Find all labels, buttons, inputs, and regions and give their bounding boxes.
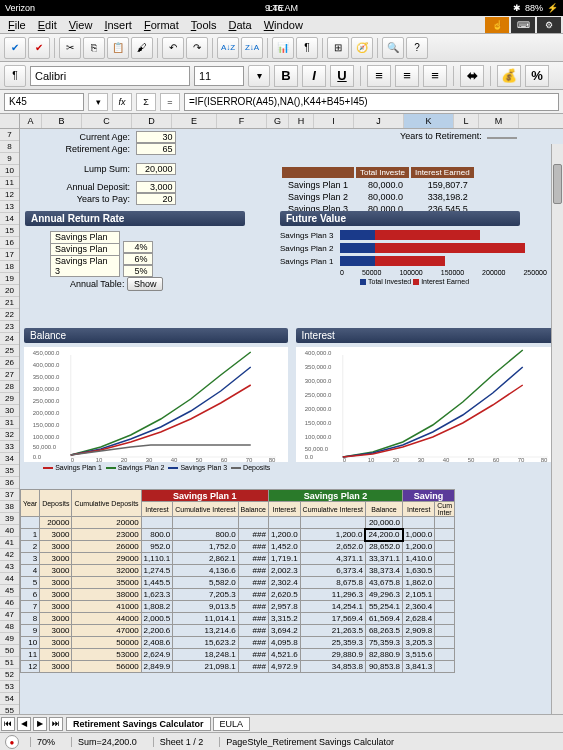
col-K[interactable]: K [404,114,454,128]
italic-button[interactable]: I [302,65,326,87]
percent-icon[interactable]: % [525,65,549,87]
menu-file[interactable]: File [2,17,32,33]
col-C[interactable]: C [82,114,132,128]
row-45[interactable]: 45 [0,585,19,597]
formula-input[interactable] [184,93,559,111]
row-32[interactable]: 32 [0,429,19,441]
cell-reference[interactable] [4,93,84,111]
col-D[interactable]: D [132,114,172,128]
merge-icon[interactable]: ⬌ [460,65,484,87]
row-15[interactable]: 15 [0,225,19,237]
col-G[interactable]: G [267,114,289,128]
menu-window[interactable]: Window [258,17,309,33]
grid-icon[interactable]: ⊞ [327,37,349,59]
row-25[interactable]: 25 [0,345,19,357]
row-16[interactable]: 16 [0,237,19,249]
cells-area[interactable]: Current Age: 30 Retirement Age: 65 Lump … [20,129,563,726]
row-35[interactable]: 35 [0,465,19,477]
row-31[interactable]: 31 [0,417,19,429]
row-33[interactable]: 33 [0,441,19,453]
align-right-icon[interactable]: ≡ [423,65,447,87]
gear-icon[interactable]: ⚙ [537,17,561,33]
font-size-select[interactable] [194,66,244,86]
table-row[interactable]: 1300023000800.0800.0###1,200.01,200.024,… [21,529,455,541]
show-button[interactable]: Show [127,277,164,291]
row-54[interactable]: 54 [0,693,19,705]
keyboard-icon[interactable]: ⌨ [511,17,535,33]
row-30[interactable]: 30 [0,405,19,417]
row-43[interactable]: 43 [0,561,19,573]
paintbrush-icon[interactable]: 🖌 [131,37,153,59]
underline-button[interactable]: U [330,65,354,87]
row-39[interactable]: 39 [0,513,19,525]
sheet-tab-1[interactable]: Retirement Savings Calculator [66,717,211,731]
col-F[interactable]: F [217,114,267,128]
col-I[interactable]: I [314,114,354,128]
tab-last-icon[interactable]: ⏭ [49,717,63,731]
sort-asc-icon[interactable]: A↓Z [217,37,239,59]
deposit-value[interactable]: 3,000 [136,181,176,193]
row-50[interactable]: 50 [0,645,19,657]
record-icon[interactable]: ● [5,735,19,749]
row-42[interactable]: 42 [0,549,19,561]
col-L[interactable]: L [454,114,479,128]
row-20[interactable]: 20 [0,285,19,297]
size-dropdown-icon[interactable]: ▾ [248,65,270,87]
table-row[interactable]: 43000320001,274.54,136.6###2,002.36,373.… [21,565,455,577]
copy-icon[interactable]: ⎘ [83,37,105,59]
sort-desc-icon[interactable]: Z↓A [241,37,263,59]
table-row[interactable]: 53000350001,445.55,582.0###2,302.48,675.… [21,577,455,589]
row-17[interactable]: 17 [0,249,19,261]
row-47[interactable]: 47 [0,609,19,621]
menu-format[interactable]: Format [138,17,185,33]
bold-button[interactable]: B [274,65,298,87]
sheet-tab-2[interactable]: EULA [213,717,251,731]
table-row[interactable]: 73000410001,808.29,013.5###2,957.814,254… [21,601,455,613]
row-23[interactable]: 23 [0,321,19,333]
row-48[interactable]: 48 [0,621,19,633]
cell-dropdown-icon[interactable]: ▾ [88,93,108,111]
align-center-icon[interactable]: ≡ [395,65,419,87]
chart-icon[interactable]: 📊 [272,37,294,59]
col-J[interactable]: J [354,114,404,128]
row-49[interactable]: 49 [0,633,19,645]
currency-icon[interactable]: 💰 [497,65,521,87]
col-B[interactable]: B [42,114,82,128]
row-41[interactable]: 41 [0,537,19,549]
table-row[interactable]: 33000290001,110.12,862.1###1,719.14,371.… [21,553,455,565]
current-age-value[interactable]: 30 [136,131,176,143]
row-21[interactable]: 21 [0,297,19,309]
row-34[interactable]: 34 [0,453,19,465]
spellcheck-icon[interactable]: ✔ [4,37,26,59]
row-27[interactable]: 27 [0,369,19,381]
retire-age-value[interactable]: 65 [136,143,176,155]
paste-icon[interactable]: 📋 [107,37,129,59]
table-row[interactable]: 200002000020,000.0 [21,517,455,529]
row-10[interactable]: 10 [0,165,19,177]
row-44[interactable]: 44 [0,573,19,585]
row-24[interactable]: 24 [0,333,19,345]
row-8[interactable]: 8 [0,141,19,153]
tab-prev-icon[interactable]: ◀ [17,717,31,731]
nav-icon[interactable]: 🧭 [351,37,373,59]
spellcheck-auto-icon[interactable]: ✔ [28,37,50,59]
row-7[interactable]: 7 [0,129,19,141]
table-row[interactable]: 63000380001,623.37,205.3###2,620.511,296… [21,589,455,601]
row-51[interactable]: 51 [0,657,19,669]
select-all-corner[interactable] [0,114,20,128]
row-28[interactable]: 28 [0,381,19,393]
row-36[interactable]: 36 [0,477,19,489]
tab-first-icon[interactable]: ⏮ [1,717,15,731]
scrollbar-thumb[interactable] [553,164,562,204]
col-H[interactable]: H [289,114,314,128]
zoom-icon[interactable]: 🔍 [382,37,404,59]
table-row[interactable]: 93000470002,200.613,214.6###3,694.221,26… [21,625,455,637]
col-M[interactable]: M [479,114,519,128]
equals-icon[interactable]: = [160,93,180,111]
row-13[interactable]: 13 [0,201,19,213]
col-E[interactable]: E [172,114,217,128]
menu-view[interactable]: View [63,17,99,33]
align-left-icon[interactable]: ≡ [367,65,391,87]
menu-data[interactable]: Data [222,17,257,33]
row-12[interactable]: 12 [0,189,19,201]
